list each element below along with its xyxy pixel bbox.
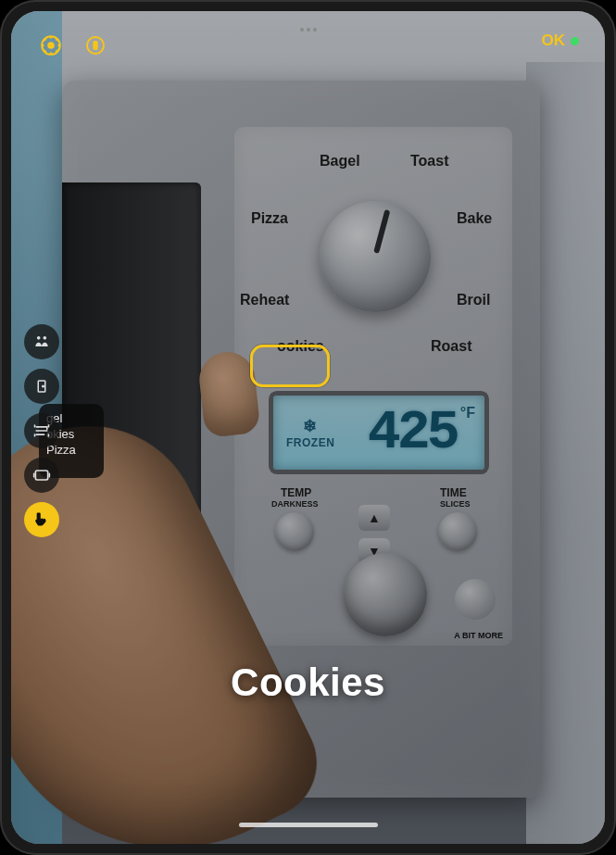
lcd-unit: °F [460,405,475,421]
detection-caption: Cookies [11,660,605,705]
temp-label: TEMP [281,486,311,499]
function-knob [320,201,431,312]
temp-sublabel: DARKNESS [271,499,319,509]
start-cancel-knob [344,553,427,636]
knob-indicator [373,209,390,254]
door-detection-icon[interactable] [24,369,59,404]
knob-label-broil: Broil [457,292,490,308]
knob-label-pizza: Pizza [251,210,288,227]
knob-label-roast: Roast [431,338,471,355]
detection-status: OK [542,31,580,50]
detection-mode-strip [24,324,59,537]
flashlight-icon[interactable] [82,31,109,59]
text-detection-icon[interactable] [24,413,59,448]
lcd-frozen-indicator: FROZEN [286,416,334,449]
time-sublabel: SLICES [440,499,471,509]
time-knob-button [438,512,477,551]
a-bit-more-button [455,579,496,620]
time-label: TIME [440,486,467,499]
point-and-speak-icon[interactable] [24,502,59,537]
svg-point-1 [48,43,53,47]
home-indicator[interactable] [239,823,378,827]
status-label: OK [542,31,566,50]
multitask-indicator[interactable] [300,28,317,31]
people-detection-icon[interactable] [24,324,59,359]
svg-point-4 [37,336,41,340]
ipad-frame: Bagel Toast Pizza Bake Reheat Broil ooki… [0,0,616,855]
temp-knob-button [275,512,314,551]
a-bit-more-label: A BIT MORE [454,631,503,640]
knob-label-reheat: Reheat [240,292,289,308]
settings-icon[interactable] [37,31,65,59]
image-descriptions-icon[interactable] [24,458,59,493]
knob-label-bagel: Bagel [320,153,360,170]
svg-point-5 [44,336,47,340]
top-left-toolbar [37,31,109,59]
svg-point-7 [43,385,44,387]
knob-label-toast: Toast [410,153,448,170]
arrow-up-button: ▲ [358,505,390,531]
lcd-temperature-value: 425 [368,401,457,464]
svg-rect-3 [94,42,96,49]
detection-highlight-box [250,345,330,387]
top-right-toolbar: OK [542,31,580,50]
status-dot-icon [571,37,579,45]
svg-rect-8 [35,471,47,480]
lcd-display: FROZEN 425 °F [273,396,484,470]
knob-label-bake: Bake [457,210,492,227]
magnifier-camera-viewport[interactable]: Bagel Toast Pizza Bake Reheat Broil ooki… [11,11,605,844]
